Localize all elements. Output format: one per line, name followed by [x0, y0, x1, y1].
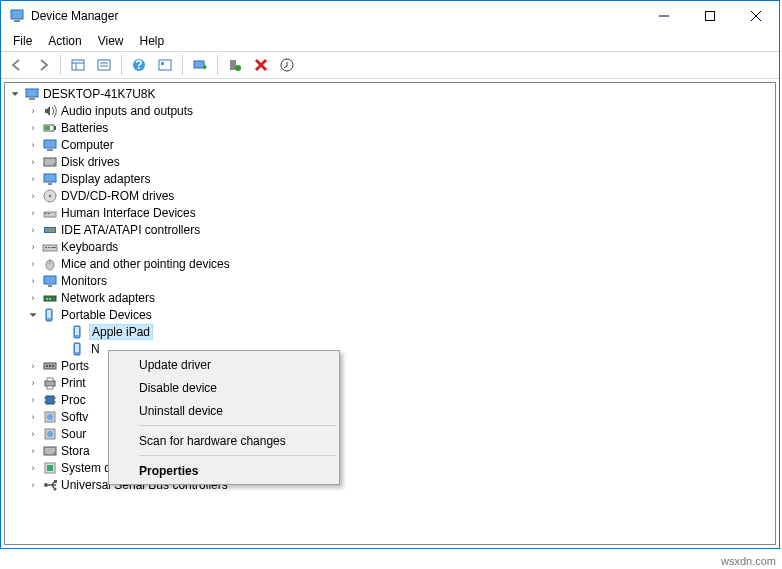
expand-icon[interactable]: › [27, 242, 39, 252]
minimize-button[interactable] [641, 1, 687, 31]
forward-button[interactable] [31, 54, 55, 76]
ctx-scan-hardware[interactable]: Scan for hardware changes [111, 429, 337, 452]
expand-icon[interactable]: › [27, 446, 39, 456]
tree-label: Stora [61, 444, 90, 458]
expand-icon[interactable]: › [27, 123, 39, 133]
back-button[interactable] [5, 54, 29, 76]
expand-icon[interactable]: › [27, 106, 39, 116]
tree-root[interactable]: ⏷DESKTOP-41K7U8K [5, 85, 775, 102]
tree-label: Mice and other pointing devices [61, 257, 230, 271]
tree-label: Keyboards [61, 240, 118, 254]
svg-point-71 [47, 414, 53, 420]
tree-label: DESKTOP-41K7U8K [43, 87, 156, 101]
ctx-uninstall-device[interactable]: Uninstall device [111, 399, 337, 422]
svg-rect-31 [44, 174, 56, 182]
expand-icon[interactable]: ⏷ [27, 310, 39, 320]
svg-rect-28 [47, 149, 53, 151]
category-icon [41, 460, 59, 476]
tree-category[interactable]: ›Computer [5, 136, 775, 153]
expand-icon[interactable]: › [27, 225, 39, 235]
ctx-properties[interactable]: Properties [111, 459, 337, 482]
expand-icon[interactable]: › [27, 293, 39, 303]
svg-rect-22 [26, 89, 38, 97]
device-icon [69, 341, 87, 357]
tree-label: Portable Devices [61, 308, 152, 322]
tree-label: Sour [61, 427, 86, 441]
tree-category[interactable]: ›Batteries [5, 119, 775, 136]
ctx-disable-device[interactable]: Disable device [111, 376, 337, 399]
toolbar-btn-1[interactable] [66, 54, 90, 76]
svg-rect-55 [75, 327, 79, 335]
menubar: File Action View Help [1, 31, 779, 51]
tree-category[interactable]: ›Human Interface Devices [5, 204, 775, 221]
toolbar-btn-4[interactable] [275, 54, 299, 76]
expand-icon[interactable]: › [27, 191, 39, 201]
expand-icon[interactable]: › [27, 395, 39, 405]
category-icon [41, 358, 59, 374]
svg-rect-14 [159, 60, 171, 70]
tree-category[interactable]: ›Display adapters [5, 170, 775, 187]
svg-rect-9 [98, 60, 110, 70]
toolbar-separator [217, 55, 218, 75]
expand-icon[interactable]: › [27, 140, 39, 150]
app-icon [9, 8, 25, 24]
toolbar-btn-2[interactable] [92, 54, 116, 76]
toolbar-btn-3[interactable] [153, 54, 177, 76]
svg-rect-63 [47, 378, 53, 381]
menu-view[interactable]: View [92, 33, 130, 49]
expand-icon[interactable]: › [27, 276, 39, 286]
window-title: Device Manager [31, 9, 641, 23]
category-icon [41, 154, 59, 170]
expand-icon[interactable]: › [27, 378, 39, 388]
category-icon [41, 443, 59, 459]
expand-icon[interactable]: › [27, 208, 39, 218]
svg-rect-48 [48, 285, 52, 287]
expand-icon[interactable]: › [27, 361, 39, 371]
svg-rect-44 [51, 247, 56, 248]
expand-icon[interactable]: › [27, 412, 39, 422]
uninstall-icon[interactable] [249, 54, 273, 76]
maximize-button[interactable] [687, 1, 733, 31]
menu-help[interactable]: Help [134, 33, 171, 49]
tree-category[interactable]: ›IDE ATA/ATAPI controllers [5, 221, 775, 238]
tree-label: Apple iPad [89, 324, 153, 340]
svg-rect-15 [161, 62, 164, 65]
svg-rect-0 [11, 10, 23, 19]
tree-category[interactable]: ›Keyboards [5, 238, 775, 255]
tree-category[interactable]: ⏷Portable Devices [5, 306, 775, 323]
scan-hardware-icon[interactable] [188, 54, 212, 76]
expand-icon[interactable]: › [27, 157, 39, 167]
category-icon [41, 307, 59, 323]
category-icon [41, 120, 59, 136]
tree-category[interactable]: ›DVD/CD-ROM drives [5, 187, 775, 204]
menu-file[interactable]: File [7, 33, 38, 49]
tree-category[interactable]: ›Audio inputs and outputs [5, 102, 775, 119]
svg-rect-1 [14, 20, 20, 22]
toolbar-add-icon[interactable] [223, 54, 247, 76]
tree-label: Softv [61, 410, 88, 424]
expand-icon[interactable]: › [27, 480, 39, 490]
close-button[interactable] [733, 1, 779, 31]
tree-device[interactable]: Apple iPad [5, 323, 775, 340]
expand-icon[interactable]: › [27, 429, 39, 439]
category-icon [41, 409, 59, 425]
expand-icon[interactable]: › [27, 259, 39, 269]
tree-category[interactable]: ›Monitors [5, 272, 775, 289]
category-icon [41, 375, 59, 391]
svg-point-73 [47, 431, 53, 437]
collapse-icon[interactable]: ⏷ [9, 89, 21, 99]
menu-action[interactable]: Action [42, 33, 87, 49]
category-icon [41, 188, 59, 204]
svg-point-59 [46, 365, 48, 367]
tree-label: Disk drives [61, 155, 120, 169]
expand-icon[interactable]: › [27, 463, 39, 473]
device-icon [69, 324, 87, 340]
tree-label: Computer [61, 138, 114, 152]
expand-icon[interactable]: › [27, 174, 39, 184]
tree-category[interactable]: ›Network adapters [5, 289, 775, 306]
help-icon[interactable]: ? [127, 54, 151, 76]
svg-point-83 [54, 487, 57, 490]
tree-category[interactable]: ›Mice and other pointing devices [5, 255, 775, 272]
tree-category[interactable]: ›Disk drives [5, 153, 775, 170]
ctx-update-driver[interactable]: Update driver [111, 353, 337, 376]
